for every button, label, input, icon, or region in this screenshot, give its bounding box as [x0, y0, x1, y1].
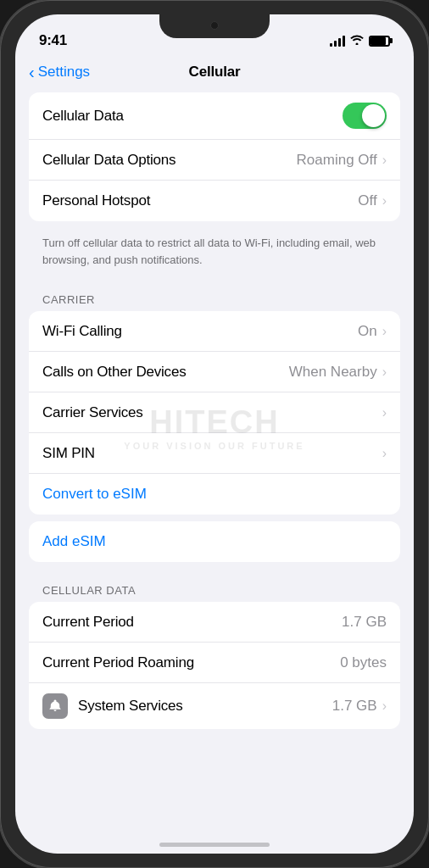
- system-services-row[interactable]: System Services 1.7 GB ›: [29, 683, 400, 729]
- chevron-right-icon: ›: [382, 193, 387, 209]
- sim-pin-right: ›: [382, 446, 387, 461]
- back-chevron-icon: ‹: [29, 64, 35, 81]
- back-button-label: Settings: [38, 64, 90, 81]
- current-period-label: Current Period: [42, 614, 134, 631]
- battery-icon: [369, 36, 390, 47]
- status-time: 9:41: [39, 32, 67, 49]
- wifi-calling-row[interactable]: Wi-Fi Calling On ›: [29, 311, 400, 352]
- chevron-right-icon: ›: [382, 405, 387, 420]
- cellular-data-label: Cellular Data: [42, 108, 124, 125]
- cellular-data-description: Turn off cellular data to restrict all d…: [29, 228, 400, 278]
- carrier-services-label: Carrier Services: [42, 404, 143, 421]
- carrier-services-row[interactable]: Carrier Services ›: [29, 392, 400, 433]
- calls-other-devices-row[interactable]: Calls on Other Devices When Nearby ›: [29, 352, 400, 392]
- system-services-value: 1.7 GB: [332, 698, 377, 715]
- add-esim-label: Add eSIM: [42, 533, 106, 550]
- current-period-roaming-value: 0 bytes: [340, 654, 387, 671]
- battery-fill: [370, 37, 386, 45]
- chevron-right-icon: ›: [382, 698, 387, 714]
- wifi-icon: [350, 34, 364, 47]
- chevron-right-icon: ›: [382, 446, 387, 461]
- chevron-right-icon: ›: [382, 324, 387, 339]
- wifi-calling-right: On ›: [358, 323, 387, 340]
- system-services-label: System Services: [78, 698, 183, 715]
- wifi-calling-label: Wi-Fi Calling: [42, 323, 122, 340]
- carrier-services-right: ›: [377, 405, 387, 420]
- nav-bar: ‹ Settings Cellular: [15, 55, 414, 92]
- current-period-row: Current Period 1.7 GB: [29, 602, 400, 643]
- personal-hotspot-right: Off ›: [358, 192, 387, 209]
- sim-pin-label: SIM PIN: [42, 445, 95, 462]
- cellular-data-stats-group: Current Period 1.7 GB Current Period Roa…: [29, 602, 400, 729]
- convert-esim-row[interactable]: Convert to eSIM: [29, 474, 400, 515]
- phone-frame: HITECH YOUR VISION OUR FUTURE 9:41: [0, 0, 429, 868]
- current-period-roaming-row: Current Period Roaming 0 bytes: [29, 643, 400, 683]
- main-settings-group: Cellular Data Cellular Data Options Roam…: [29, 92, 400, 221]
- cellular-data-options-value: Roaming Off: [297, 152, 377, 169]
- add-esim-group: Add eSIM: [29, 521, 400, 562]
- personal-hotspot-row[interactable]: Personal Hotspot Off ›: [29, 181, 400, 221]
- cellular-data-row[interactable]: Cellular Data: [29, 92, 400, 140]
- cellular-data-options-right: Roaming Off ›: [297, 152, 387, 169]
- notch: [159, 14, 270, 38]
- personal-hotspot-value: Off: [358, 192, 376, 209]
- page-title: Cellular: [189, 64, 241, 81]
- system-services-left: System Services: [42, 693, 183, 719]
- signal-bar-1: [330, 43, 332, 47]
- calls-other-devices-right: When Nearby ›: [289, 364, 387, 381]
- carrier-settings-group: Wi-Fi Calling On › Calls on Other Device…: [29, 311, 400, 515]
- cellular-data-section-header: CELLULAR DATA: [29, 569, 400, 602]
- wifi-calling-value: On: [358, 323, 377, 340]
- cellular-data-options-label: Cellular Data Options: [42, 152, 176, 169]
- phone-screen: HITECH YOUR VISION OUR FUTURE 9:41: [15, 14, 414, 854]
- camera: [210, 21, 219, 30]
- current-period-roaming-label: Current Period Roaming: [42, 654, 194, 671]
- toggle-knob: [362, 104, 385, 127]
- personal-hotspot-label: Personal Hotspot: [42, 192, 150, 209]
- back-button[interactable]: ‹ Settings: [29, 64, 90, 81]
- system-services-right: 1.7 GB ›: [332, 698, 387, 715]
- content-area: Cellular Data Cellular Data Options Roam…: [15, 92, 414, 854]
- add-esim-row[interactable]: Add eSIM: [29, 521, 400, 562]
- convert-esim-label: Convert to eSIM: [42, 486, 147, 503]
- current-period-value: 1.7 GB: [342, 614, 387, 631]
- signal-bars: [330, 35, 345, 47]
- chevron-right-icon: ›: [382, 364, 387, 380]
- signal-bar-2: [334, 41, 337, 47]
- cellular-data-options-row[interactable]: Cellular Data Options Roaming Off ›: [29, 140, 400, 181]
- calls-other-devices-label: Calls on Other Devices: [42, 364, 186, 381]
- signal-bar-4: [343, 36, 345, 47]
- sim-pin-row[interactable]: SIM PIN ›: [29, 433, 400, 474]
- chevron-right-icon: ›: [382, 153, 387, 168]
- calls-other-devices-value: When Nearby: [289, 364, 377, 381]
- carrier-section-header: CARRIER: [29, 278, 400, 311]
- home-indicator: [159, 843, 270, 847]
- system-services-icon: [42, 693, 68, 719]
- status-icons: [330, 34, 390, 47]
- signal-bar-3: [338, 38, 341, 47]
- cellular-data-toggle[interactable]: [343, 103, 387, 129]
